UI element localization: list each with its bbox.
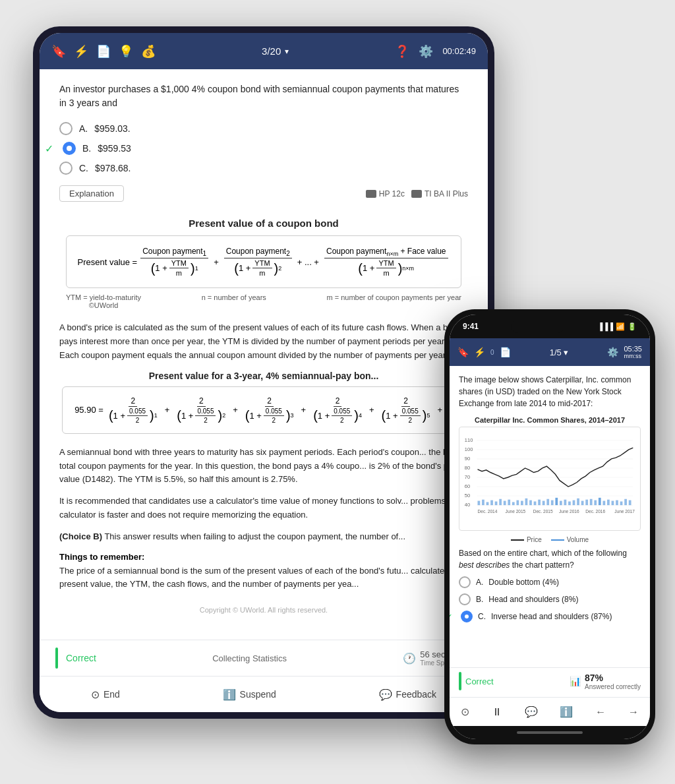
settings-icon[interactable]: ⚙️ [419, 44, 433, 59]
option-b-value: $959.53 [98, 143, 131, 154]
explanation-tab[interactable]: Explanation [59, 185, 124, 202]
battery-icon: 🔋 [628, 322, 637, 331]
scene: 🔖 ⚡ 📄 💡 💰 3/20 ▾ ❓ ⚙️ 00:02:49 [0, 0, 675, 784]
svg-text:80: 80 [465, 465, 470, 471]
doc-icon[interactable]: 📄 [96, 44, 111, 59]
phone-correct-row: Correct 📊 87% Answered correctly [459, 672, 641, 690]
svg-text:June 2017: June 2017 [614, 509, 635, 514]
chart-legend: Price Volume [459, 536, 641, 543]
phone-chat-icon[interactable]: 💬 [525, 706, 538, 718]
progress-indicator[interactable]: 3/20 ▾ [262, 45, 289, 57]
svg-rect-32 [546, 499, 549, 505]
phone-option-c[interactable]: ✓ C. Inverse head and shoulders (87%) [459, 611, 641, 622]
phone-bottombar: Correct 📊 87% Answered correctly [450, 667, 650, 697]
correct-label: Correct [66, 653, 96, 663]
formula-legend: YTM = yield-to-maturity©UWorld n = numbe… [59, 293, 468, 309]
svg-rect-26 [521, 501, 523, 506]
collecting-stats: Collecting Statistics [212, 653, 287, 663]
option-c[interactable]: C. $978.68. [59, 162, 468, 175]
f2-frac4: 2 (1 + 0.0552)4 [311, 396, 364, 424]
tablet-bottombar: Correct Collecting Statistics 🕐 56 secs … [40, 640, 488, 676]
formula2-section: Present value for a 3-year, 4% semiannua… [59, 371, 468, 437]
phone-back-icon[interactable]: ← [595, 706, 606, 718]
phone-bolt-icon[interactable]: ⚡ [474, 347, 485, 357]
tiba2-label: TI BA II Plus [425, 189, 468, 198]
phone-bookmark-icon[interactable]: 🔖 [457, 347, 469, 357]
phone-radio-b[interactable] [459, 593, 471, 605]
f2-frac5: 2 (1 + 0.0552)5 [380, 396, 432, 424]
topbar-left-icons: 🔖 ⚡ 📄 💡 💰 [51, 44, 156, 59]
svg-text:Dec. 2014: Dec. 2014 [478, 509, 498, 514]
phone-chevron-icon: ▾ [564, 347, 568, 357]
phone-settings-icon[interactable]: ⚙️ [607, 347, 618, 357]
timer-display: 00:02:49 [442, 46, 476, 56]
phone-end-icon[interactable]: ⊙ [461, 706, 469, 718]
feedback-icon: 💬 [379, 688, 392, 701]
radio-c[interactable] [59, 162, 73, 175]
formula-row: Present value = Coupon payment1 (1 + YTM… [77, 247, 450, 277]
svg-rect-39 [577, 498, 579, 505]
help-icon[interactable]: ❓ [395, 44, 409, 59]
calc-icon2 [411, 190, 422, 198]
svg-rect-24 [512, 502, 515, 505]
option-b[interactable]: ✓ B. $959.53 [59, 142, 468, 155]
coin-icon[interactable]: 💰 [141, 44, 156, 59]
volume-legend: Volume [551, 536, 589, 543]
signal-icon: ▐▐▐ [598, 322, 613, 330]
legend-n: n = number of years [202, 293, 266, 309]
svg-text:Dec. 2016: Dec. 2016 [585, 509, 605, 514]
phone-chart-question: Based on the entire chart, which of the … [459, 547, 641, 571]
svg-rect-51 [629, 500, 631, 505]
copyright-text: Copyright © UWorld. All rights reserved. [59, 599, 468, 624]
phone-info-icon[interactable]: ℹ️ [560, 706, 573, 718]
svg-text:110: 110 [465, 437, 473, 443]
lightbulb-icon[interactable]: 💡 [119, 44, 133, 59]
bookmark-icon[interactable]: 🔖 [51, 44, 66, 59]
radio-b[interactable] [63, 142, 76, 155]
svg-text:90: 90 [465, 456, 470, 462]
svg-rect-29 [534, 501, 537, 505]
svg-text:June 2016: June 2016 [559, 509, 579, 514]
phone-option-b[interactable]: B. Head and shoulders (8%) [459, 593, 641, 605]
suspend-button[interactable]: ℹ️ Suspend [223, 688, 276, 701]
phone-content: The image below shows Caterpillar, Inc. … [450, 366, 650, 667]
option-a[interactable]: A. $959.03. [59, 122, 468, 135]
svg-rect-21 [499, 499, 502, 505]
phone-status-icons: ▐▐▐ 📶 🔋 [598, 322, 637, 331]
svg-rect-50 [624, 499, 627, 505]
hp12c-label: HP 12c [379, 189, 405, 198]
tiba2-button[interactable]: TI BA II Plus [411, 189, 468, 198]
things-to-remember-header: Things to remember: [59, 552, 468, 562]
phone-stats: 📊 87% Answered correctly [570, 673, 641, 690]
phone-progress-text: 1/5 [550, 347, 562, 357]
phone-option-a[interactable]: A. Double bottom (4%) [459, 576, 641, 588]
svg-rect-20 [495, 501, 498, 505]
svg-rect-36 [564, 500, 567, 505]
phone-progress[interactable]: 1/5 ▾ [550, 347, 569, 357]
phone-doc-icon[interactable]: 📄 [500, 347, 511, 357]
clock-icon: 🕐 [403, 652, 416, 665]
end-icon: ⊙ [91, 688, 100, 701]
phone-radio-a[interactable] [459, 576, 471, 588]
option-a-label: A. [79, 123, 88, 134]
phone-topbar: 🔖 ⚡ 0 📄 1/5 ▾ ⚙️ 05:35 mm:ss [450, 338, 650, 366]
radio-a[interactable] [59, 122, 73, 135]
phone-status-bar: 9:41 ▐▐▐ 📶 🔋 [450, 315, 650, 338]
volume-legend-label: Volume [567, 536, 589, 543]
price-legend: Price [511, 536, 542, 543]
phone-radio-c[interactable] [461, 611, 473, 622]
svg-rect-38 [573, 500, 575, 505]
home-indicator [517, 731, 583, 734]
bolt-icon[interactable]: ⚡ [74, 44, 88, 59]
end-button[interactable]: ⊙ End [91, 688, 120, 701]
phone-device: 9:41 ▐▐▐ 📶 🔋 🔖 ⚡ 0 📄 1/5 ▾ [444, 309, 655, 744]
phone-forward-icon[interactable]: → [628, 706, 639, 718]
svg-rect-43 [594, 500, 597, 505]
phone-option-a-label: A. [476, 578, 483, 587]
option-b-label: B. [82, 143, 91, 154]
feedback-button[interactable]: 💬 Feedback [379, 688, 436, 701]
hp12c-button[interactable]: HP 12c [366, 189, 405, 198]
phone-pause-icon[interactable]: ⏸ [492, 706, 502, 718]
svg-rect-16 [478, 501, 481, 506]
tablet-footer: ⊙ End ℹ️ Suspend 💬 Feedback [40, 676, 488, 712]
